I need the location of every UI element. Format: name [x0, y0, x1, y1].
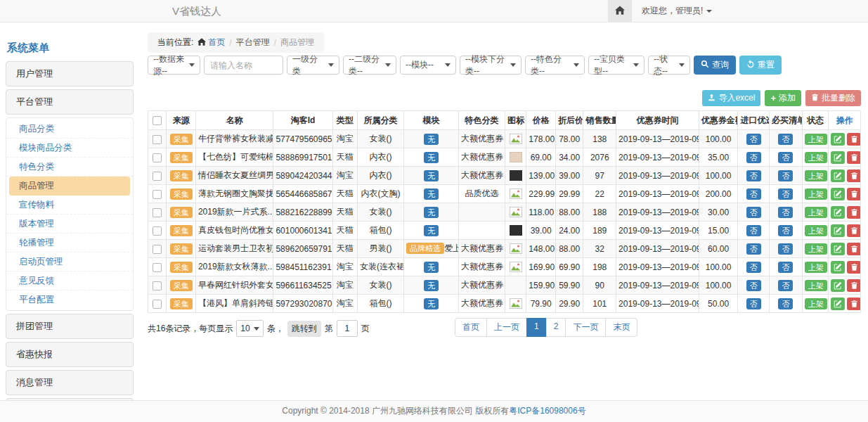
delete-button[interactable]: [847, 188, 860, 200]
edit-button[interactable]: [831, 151, 845, 164]
page-button-1[interactable]: 1: [526, 318, 547, 337]
edit-button[interactable]: [831, 298, 845, 310]
edit-button[interactable]: [831, 279, 845, 292]
page-button-末页[interactable]: 末页: [605, 318, 637, 337]
row-checkbox[interactable]: [153, 300, 162, 309]
row-checkbox[interactable]: [153, 226, 162, 236]
import-select-badge[interactable]: 否: [746, 262, 761, 273]
must-buy-badge[interactable]: 否: [778, 280, 793, 291]
filter-feature-category[interactable]: --特色分类--: [525, 56, 585, 75]
sidebar-subitem-宣传物料[interactable]: 宣传物料: [6, 196, 133, 215]
sidebar-subitem-启动页管理[interactable]: 启动页管理: [6, 252, 133, 271]
import-select-badge[interactable]: 否: [746, 298, 761, 309]
import-select-badge[interactable]: 否: [746, 188, 761, 200]
sidebar-item-省惠快报[interactable]: 省惠快报: [6, 342, 134, 367]
jump-page-input[interactable]: [337, 320, 358, 337]
status-badge[interactable]: 上架: [805, 243, 827, 255]
filter-item-type[interactable]: --宝贝类型--: [588, 56, 644, 75]
row-checkbox[interactable]: [153, 245, 162, 254]
page-button-下一页[interactable]: 下一页: [565, 318, 606, 337]
user-menu[interactable]: 欢迎您，管理员!: [642, 5, 712, 17]
import-select-badge[interactable]: 否: [746, 280, 761, 291]
status-badge[interactable]: 上架: [805, 262, 827, 273]
row-checkbox[interactable]: [153, 208, 162, 217]
status-badge[interactable]: 上架: [805, 134, 827, 145]
must-buy-badge[interactable]: 否: [778, 225, 793, 236]
status-badge[interactable]: 上架: [805, 170, 827, 181]
filter-data-source[interactable]: --数据来源--: [148, 56, 200, 75]
edit-button[interactable]: [831, 188, 845, 200]
must-buy-badge[interactable]: 否: [778, 243, 793, 255]
edit-button[interactable]: [831, 206, 845, 219]
sidebar-subitem-版本管理[interactable]: 版本管理: [6, 215, 133, 234]
must-buy-badge[interactable]: 否: [778, 134, 793, 145]
page-button-首页[interactable]: 首页: [455, 318, 487, 337]
import-select-badge[interactable]: 否: [746, 225, 761, 236]
page-button-2[interactable]: 2: [546, 318, 566, 337]
delete-button[interactable]: [847, 206, 860, 219]
add-button[interactable]: + 添加: [765, 90, 801, 106]
status-badge[interactable]: 上架: [805, 207, 827, 218]
must-buy-badge[interactable]: 否: [778, 170, 793, 181]
row-checkbox[interactable]: [153, 172, 162, 181]
delete-button[interactable]: [847, 261, 860, 274]
must-buy-badge[interactable]: 否: [778, 207, 793, 218]
delete-button[interactable]: [847, 170, 860, 182]
sidebar-item-消息管理[interactable]: 消息管理: [6, 370, 134, 395]
sidebar-item-平台管理[interactable]: 平台管理: [6, 89, 134, 115]
home-button[interactable]: [608, 0, 632, 22]
status-badge[interactable]: 上架: [805, 280, 827, 291]
batch-delete-button[interactable]: 批量删除: [805, 90, 861, 106]
delete-button[interactable]: [847, 279, 860, 292]
import-select-badge[interactable]: 否: [746, 207, 761, 218]
must-buy-badge[interactable]: 否: [778, 188, 793, 200]
sidebar-subitem-商品分类[interactable]: 商品分类: [6, 120, 133, 139]
must-buy-badge[interactable]: 否: [778, 262, 793, 273]
icp-link[interactable]: 粤ICP备16098006号: [509, 406, 585, 416]
sidebar-item-拼团管理[interactable]: 拼团管理: [6, 314, 134, 339]
edit-button[interactable]: [831, 224, 845, 237]
sidebar-subitem-商品管理[interactable]: 商品管理: [9, 177, 130, 196]
row-checkbox[interactable]: [153, 153, 162, 162]
delete-button[interactable]: [847, 224, 860, 237]
sidebar-subitem-平台配置[interactable]: 平台配置: [6, 290, 133, 309]
row-checkbox[interactable]: [153, 263, 162, 272]
filter-module-subcategory[interactable]: --模块下分类--: [460, 56, 522, 75]
sidebar-item-用户管理[interactable]: 用户管理: [6, 61, 134, 87]
delete-button[interactable]: [847, 133, 860, 146]
delete-button[interactable]: [847, 298, 860, 310]
filter-name-input[interactable]: [204, 56, 283, 75]
import-excel-button[interactable]: 导入excel: [702, 90, 760, 106]
filter-module[interactable]: --模块--: [400, 56, 456, 75]
filter-level1-category[interactable]: 一级分类: [287, 56, 339, 75]
reset-button[interactable]: 重置: [739, 56, 782, 75]
filter-status[interactable]: --状态--: [648, 56, 690, 75]
breadcrumb-home-link[interactable]: 首页: [197, 37, 225, 49]
edit-button[interactable]: [831, 133, 845, 146]
delete-button[interactable]: [847, 151, 860, 164]
edit-button[interactable]: [831, 243, 845, 255]
status-badge[interactable]: 上架: [805, 188, 827, 200]
import-select-badge[interactable]: 否: [746, 134, 761, 145]
status-badge[interactable]: 上架: [805, 152, 827, 163]
per-page-select[interactable]: 10: [236, 320, 263, 337]
edit-button[interactable]: [831, 261, 845, 274]
sidebar-subitem-模块商品分类[interactable]: 模块商品分类: [6, 139, 133, 158]
import-select-badge[interactable]: 否: [746, 170, 761, 181]
sidebar-subitem-意见反馈[interactable]: 意见反馈: [6, 271, 133, 290]
status-badge[interactable]: 上架: [805, 225, 827, 236]
sidebar-subitem-特色分类[interactable]: 特色分类: [6, 158, 133, 177]
row-checkbox[interactable]: [153, 135, 162, 144]
row-checkbox[interactable]: [153, 281, 162, 290]
sidebar-subitem-轮播管理[interactable]: 轮播管理: [6, 234, 133, 252]
import-select-badge[interactable]: 否: [746, 152, 761, 163]
edit-button[interactable]: [831, 170, 845, 182]
status-badge[interactable]: 上架: [805, 298, 827, 309]
must-buy-badge[interactable]: 否: [778, 298, 793, 309]
search-button[interactable]: 查询: [694, 56, 736, 75]
must-buy-badge[interactable]: 否: [778, 152, 793, 163]
jump-button[interactable]: 跳转到: [287, 321, 321, 337]
filter-level2-category[interactable]: --二级分类--: [343, 56, 396, 75]
page-button-上一页[interactable]: 上一页: [486, 318, 527, 337]
select-all-checkbox[interactable]: [153, 116, 162, 125]
